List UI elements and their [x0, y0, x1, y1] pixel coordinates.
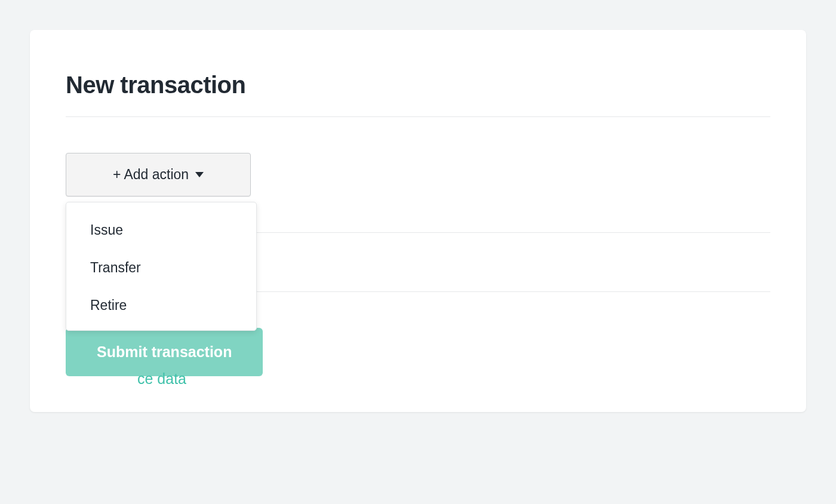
dropdown-item-label: Issue [90, 222, 123, 238]
dropdown-item-label: Transfer [90, 260, 141, 275]
add-action-dropdown: Issue Transfer Retire [66, 202, 257, 331]
submit-button-label: Submit transaction [97, 343, 232, 360]
page-title: New transaction [66, 72, 770, 117]
reference-data-link[interactable]: ce data [137, 370, 186, 388]
submit-transaction-button[interactable]: Submit transaction [66, 328, 263, 376]
actions-section: + Add action Issue Transfer Retire [66, 117, 770, 233]
dropdown-item-retire[interactable]: Retire [66, 287, 256, 324]
add-action-label: + Add action [113, 167, 189, 183]
transaction-card: New transaction + Add action Issue Trans… [30, 30, 806, 412]
dropdown-item-issue[interactable]: Issue [66, 211, 256, 249]
caret-down-icon [195, 172, 204, 177]
dropdown-item-transfer[interactable]: Transfer [66, 249, 256, 287]
add-action-button[interactable]: + Add action [66, 153, 251, 196]
reference-data-suffix: ce data [137, 370, 186, 387]
dropdown-item-label: Retire [90, 297, 127, 313]
